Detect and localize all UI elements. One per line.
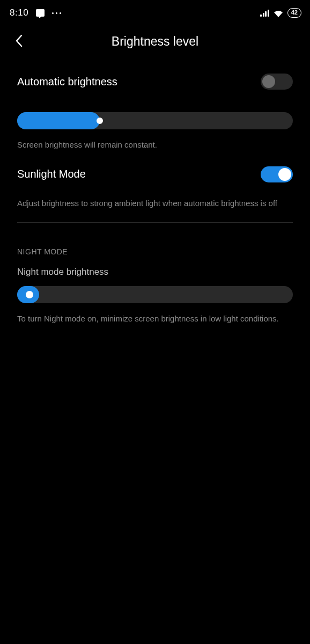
automatic-brightness-row: Automatic brightness — [17, 58, 293, 97]
sunlight-mode-label: Sunlight Mode — [17, 168, 86, 180]
night-mode-brightness-label: Night mode brightness — [17, 267, 293, 277]
sunlight-mode-description: Adjust brightness to strong ambient ligh… — [17, 197, 293, 210]
night-mode-brightness-slider[interactable] — [17, 286, 293, 303]
signal-icon — [260, 10, 269, 17]
section-divider — [17, 222, 293, 223]
night-mode-section-header: NIGHT MODE — [17, 247, 293, 256]
status-bar: 8:10 42 — [0, 0, 310, 21]
night-mode-slider-container — [17, 286, 293, 303]
more-notifications-icon — [52, 12, 61, 14]
page-header: Brightness level — [0, 21, 310, 58]
back-button[interactable] — [15, 34, 23, 49]
automatic-brightness-toggle[interactable] — [261, 74, 293, 90]
status-bar-left: 8:10 — [10, 8, 61, 18]
sunlight-mode-row: Sunlight Mode — [17, 159, 293, 190]
chat-notification-icon — [36, 9, 45, 17]
brightness-slider[interactable] — [17, 112, 293, 129]
brightness-slider-container — [17, 112, 293, 129]
night-mode-description: To turn Night mode on, minimize screen b… — [17, 313, 293, 325]
page-title: Brightness level — [13, 34, 297, 49]
status-bar-right: 42 — [260, 8, 301, 17]
automatic-brightness-label: Automatic brightness — [17, 76, 117, 88]
battery-indicator: 42 — [287, 8, 301, 17]
brightness-description: Screen brightness will remain constant. — [17, 139, 293, 151]
status-time: 8:10 — [10, 8, 28, 18]
wifi-icon — [274, 10, 283, 17]
sunlight-mode-toggle[interactable] — [261, 166, 293, 182]
